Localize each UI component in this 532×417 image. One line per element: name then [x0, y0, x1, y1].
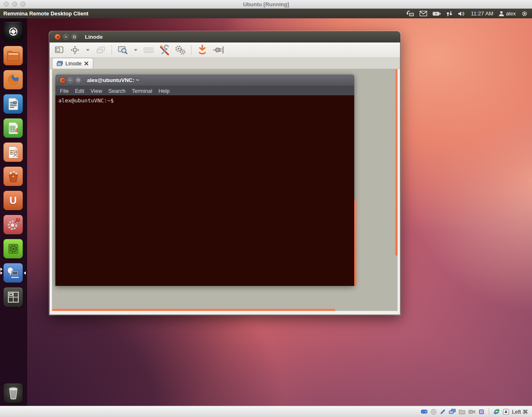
vnc-viewport[interactable]: alex@ubuntuVNC: ~ File Edit View Search … — [52, 69, 398, 311]
terminal-titlebar[interactable]: alex@ubuntuVNC: ~ — [55, 74, 354, 86]
minimize-to-tray-icon[interactable] — [196, 44, 208, 56]
menu-help[interactable]: Help — [159, 88, 170, 94]
battery-icon[interactable] — [433, 11, 441, 16]
menu-view[interactable]: View — [90, 88, 102, 94]
unity-launcher: U — [0, 18, 27, 406]
terminal-menubar: File Edit View Search Terminal Help — [55, 86, 354, 95]
preferences-icon[interactable] — [174, 44, 186, 56]
terminal-screen[interactable]: alex@ubuntuVNC:~$ — [55, 95, 354, 286]
focused-indicator-arrow — [24, 271, 26, 275]
host-window-titlebar: Ubuntu [Running] — [0, 0, 532, 9]
ubuntu-top-panel: Remmina Remote Desktop Client 11:27 AM a… — [0, 9, 532, 18]
session-gear-icon[interactable] — [521, 10, 528, 17]
maximize-button[interactable] — [71, 34, 77, 40]
serial-pen-icon[interactable] — [440, 409, 446, 415]
remote-terminal-window: alex@ubuntuVNC: ~ File Edit View Search … — [55, 74, 354, 286]
keyboard-grab-icon[interactable] — [143, 44, 154, 56]
launcher-item-remmina[interactable] — [3, 263, 23, 283]
calc-spreadsheet-icon — [8, 122, 19, 135]
toolbar-separator — [191, 45, 191, 55]
refresh-artifact-strip — [52, 309, 335, 311]
usb-chip-icon[interactable] — [478, 409, 485, 415]
fit-window-icon[interactable] — [69, 44, 81, 56]
active-app-title: Remmina Remote Desktop Client — [3, 10, 88, 17]
terminal-minimize-button[interactable] — [67, 77, 73, 83]
video-capture-icon[interactable] — [468, 409, 475, 415]
hard-disk-icon[interactable] — [421, 409, 428, 415]
tab-close-icon[interactable] — [84, 61, 89, 66]
remmina-window-title: Linode — [85, 34, 103, 40]
duplicate-connection-icon[interactable] — [95, 44, 107, 56]
firefox-icon — [6, 73, 20, 87]
statusbar-separator — [489, 408, 489, 415]
menu-terminal[interactable]: Terminal — [132, 88, 152, 94]
fit-window-dropdown-icon[interactable] — [85, 44, 91, 56]
gear-wrench-icon — [7, 218, 20, 231]
menu-search[interactable]: Search — [108, 88, 125, 94]
mail-icon[interactable] — [420, 11, 427, 16]
menu-edit[interactable]: Edit — [75, 88, 84, 94]
shopping-bag-icon — [7, 170, 20, 183]
toolbar-separator — [112, 45, 112, 55]
tab-linode[interactable]: Linode — [52, 58, 93, 69]
drivers-chip-icon — [7, 242, 20, 256]
mouse-integration-icon[interactable] — [493, 408, 500, 415]
menu-file[interactable]: File — [60, 88, 69, 94]
launcher-item-firefox[interactable] — [3, 70, 23, 89]
launcher-item-libreoffice-calc[interactable] — [3, 118, 23, 138]
running-indicator-arrow — [0, 271, 2, 275]
launcher-item-workspace-switcher[interactable] — [3, 287, 23, 307]
optical-disc-icon[interactable] — [430, 409, 437, 415]
terminal-maximize-button[interactable] — [75, 77, 81, 83]
launcher-item-software-center[interactable] — [3, 166, 23, 186]
running-indicator-arrow2 — [0, 268, 2, 271]
host-zoom-button[interactable] — [20, 2, 25, 7]
zoom-dropdown-icon[interactable] — [133, 44, 139, 56]
host-minimize-button[interactable] — [12, 2, 17, 7]
refresh-artifact-strip — [395, 69, 398, 256]
remmina-tab-strip: Linode — [50, 58, 400, 69]
folder-icon — [7, 50, 20, 62]
launcher-item-trash[interactable] — [3, 383, 23, 403]
trash-icon — [7, 387, 19, 400]
launcher-item-ubuntu-one[interactable]: U — [3, 191, 23, 210]
disconnect-icon[interactable] — [212, 44, 224, 56]
terminal-close-button[interactable] — [60, 77, 65, 83]
shell-prompt: alex@ubuntuVNC:~$ — [58, 97, 114, 104]
host-close-button[interactable] — [4, 2, 9, 7]
launcher-item-files[interactable] — [3, 46, 23, 65]
minimize-button[interactable] — [63, 34, 69, 40]
remmina-indicator-icon[interactable] — [406, 10, 414, 17]
shared-folder-icon[interactable] — [459, 409, 465, 415]
launcher-item-libreoffice-impress[interactable] — [3, 142, 23, 162]
host-window-title: Ubuntu [Running] — [0, 1, 532, 7]
remmina-satellite-monitor-icon — [6, 266, 20, 280]
fullscreen-icon[interactable] — [53, 44, 65, 56]
launcher-item-system-settings[interactable] — [3, 215, 23, 234]
launcher-item-dash-home[interactable] — [3, 22, 23, 41]
connection-tab-icon — [57, 61, 63, 66]
remmina-window: Linode — [49, 31, 400, 315]
remmina-toolbar — [50, 42, 400, 58]
zoom-icon[interactable] — [117, 44, 129, 56]
workspace-grid-icon — [7, 291, 20, 303]
virtualbox-status-bar: Left ⌘ — [0, 406, 532, 417]
clock-indicator[interactable]: 11:27 AM — [471, 10, 493, 17]
virtualbox-vm-screen: Ubuntu [Running] Remmina Remote Desktop … — [0, 0, 532, 417]
host-key-icon[interactable] — [503, 409, 509, 415]
tools-icon[interactable] — [159, 44, 170, 56]
terminal-window-title: alex@ubuntuVNC: ~ — [87, 77, 139, 83]
ubuntu-logo-icon — [7, 25, 20, 38]
impress-presentation-icon — [8, 146, 19, 159]
launcher-item-libreoffice-writer[interactable] — [3, 94, 23, 114]
network-windows-icon[interactable] — [449, 409, 456, 415]
close-button[interactable] — [55, 34, 61, 40]
launcher-item-additional-drivers[interactable] — [3, 239, 23, 258]
remmina-titlebar[interactable]: Linode — [50, 32, 400, 42]
host-key-label: Left ⌘ — [512, 409, 528, 415]
user-icon — [499, 11, 504, 17]
volume-icon[interactable] — [458, 11, 465, 17]
user-menu[interactable]: alex — [499, 10, 516, 17]
network-traffic-icon[interactable] — [446, 11, 452, 17]
ubuntu-one-glyph: U — [10, 195, 17, 206]
